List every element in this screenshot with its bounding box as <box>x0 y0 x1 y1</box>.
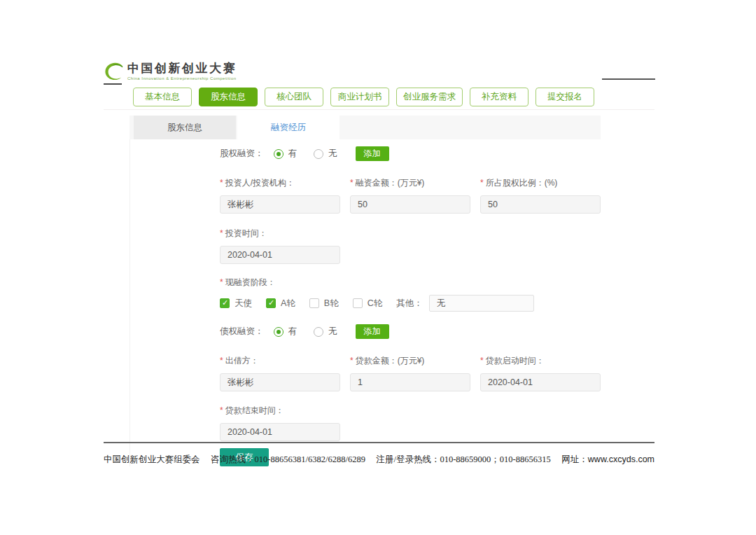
tab-core-team[interactable]: 核心团队 <box>265 88 323 106</box>
investor-field: *投资人/投资机构： <box>220 177 340 214</box>
equity-ratio-label: 所占股权比例：(%) <box>486 178 558 188</box>
footer-website-url[interactable]: www.cxcyds.com <box>588 454 654 464</box>
required-mark: * <box>220 228 223 238</box>
equity-no-label: 无 <box>328 148 337 160</box>
loan-start-label: 贷款启动时间： <box>486 356 545 366</box>
footer-hotline: 咨询热线：010-88656381/6382/6288/6289 <box>211 454 365 466</box>
lender-input[interactable] <box>220 373 340 391</box>
stage-round-a-checkbox[interactable] <box>266 298 276 308</box>
loan-end-field: *贷款结束时间： <box>220 405 340 441</box>
equity-ratio-input[interactable] <box>480 195 601 214</box>
invest-time-input[interactable] <box>220 246 340 264</box>
equity-yes-radio[interactable] <box>274 149 284 159</box>
loan-amount-label: 贷款金额：(万元¥) <box>356 356 425 366</box>
invest-time-label: 投资时间： <box>225 228 267 238</box>
brand-title: 中国创新创业大赛 <box>127 62 237 76</box>
required-mark: * <box>220 178 223 188</box>
required-mark: * <box>480 178 484 188</box>
loan-end-input[interactable] <box>220 423 340 441</box>
equity-no-radio[interactable] <box>314 149 323 159</box>
loan-start-input[interactable] <box>480 373 601 391</box>
subtab-bar: 股东信息 融资经历 <box>130 116 601 139</box>
tab-basic-info[interactable]: 基本信息 <box>133 88 192 106</box>
footer-website: 网址：www.cxcyds.com <box>561 454 654 466</box>
stage-round-b-label: B轮 <box>324 298 339 310</box>
stage-angel-label: 天使 <box>234 298 252 310</box>
debt-add-button[interactable]: 添加 <box>356 324 389 339</box>
amount-label: 融资金额：(万元¥) <box>356 178 425 188</box>
stage-angel-checkbox[interactable] <box>220 298 230 308</box>
footer-organization: 中国创新创业大赛组委会 <box>104 454 200 466</box>
required-mark: * <box>220 277 223 287</box>
brand-logo: 中国创新创业大赛 China Innovation & Entrepreneur… <box>104 62 237 81</box>
equity-yes-label: 有 <box>288 148 298 160</box>
logo-underline <box>104 83 122 85</box>
required-mark: * <box>350 356 354 366</box>
stage-other-label: 其他： <box>396 298 423 310</box>
lender-field: *出借方： <box>220 355 340 391</box>
required-mark: * <box>220 405 223 415</box>
debt-financing-label: 债权融资： <box>220 326 264 338</box>
debt-yes-radio[interactable] <box>274 327 284 337</box>
required-mark: * <box>350 178 354 188</box>
debt-fields-row: *出借方： *贷款金额：(万元¥) *贷款启动时间： <box>220 355 601 391</box>
invest-time-row: *投资时间： <box>220 228 601 264</box>
equity-add-button[interactable]: 添加 <box>356 146 389 161</box>
tab-submit[interactable]: 提交报名 <box>536 88 594 106</box>
logo-c-swoosh-icon <box>104 62 125 81</box>
stage-round-b-checkbox[interactable] <box>309 298 319 308</box>
tab-business-plan[interactable]: 商业计划书 <box>330 88 389 106</box>
investor-label: 投资人/投资机构： <box>225 178 295 188</box>
investor-input[interactable] <box>220 195 340 214</box>
required-mark: * <box>480 356 484 366</box>
footer: 中国创新创业大赛组委会 咨询热线：010-88656381/6382/6288/… <box>104 454 654 466</box>
stage-round-c-label: C轮 <box>368 298 383 310</box>
brand-subtitle: China Innovation & Entrepreneurship Comp… <box>127 76 237 81</box>
loan-end-row: *贷款结束时间： <box>220 405 601 441</box>
lender-label: 出借方： <box>225 356 259 366</box>
tab-shareholder-info[interactable]: 股东信息 <box>199 88 258 106</box>
stage-round-a-label: A轮 <box>281 298 295 310</box>
stage-options-row: 天使 A轮 B轮 C轮 其他： <box>220 295 601 312</box>
stage-other-input[interactable] <box>429 295 534 312</box>
tab-service-needs[interactable]: 创业服务需求 <box>396 88 463 106</box>
equity-fields-row: *投资人/投资机构： *融资金额：(万元¥) *所占股权比例：(%) <box>220 177 601 214</box>
header-divider-right <box>602 78 655 80</box>
debt-yes-label: 有 <box>288 326 298 338</box>
subtab-financing-history[interactable]: 融资经历 <box>237 116 340 139</box>
debt-financing-row: 债权融资： 有 无 添加 <box>220 324 601 339</box>
financing-form: 股权融资： 有 无 添加 *投资人/投资机构： *融资金额：(万元¥) *所占股… <box>130 139 601 466</box>
main-nav-tabs: 基本信息 股东信息 核心团队 商业计划书 创业服务需求 补充资料 提交报名 <box>133 88 594 106</box>
equity-financing-label: 股权融资： <box>220 148 264 160</box>
equity-ratio-field: *所占股权比例：(%) <box>480 177 601 214</box>
amount-field: *融资金额：(万元¥) <box>350 177 470 214</box>
debt-no-radio[interactable] <box>314 327 323 337</box>
stage-round-c-checkbox[interactable] <box>353 298 363 308</box>
required-mark: * <box>220 356 223 366</box>
debt-no-label: 无 <box>328 326 337 338</box>
tab-supplementary[interactable]: 补充资料 <box>470 88 528 106</box>
equity-financing-row: 股权融资： 有 无 添加 <box>220 146 601 161</box>
loan-end-label: 贷款结束时间： <box>225 405 284 415</box>
stage-label-row: *现融资阶段： <box>220 277 601 289</box>
page: 中国创新创业大赛 China Innovation & Entrepreneur… <box>0 0 756 535</box>
stage-label: 现融资阶段： <box>225 277 276 287</box>
subtab-shareholder-info[interactable]: 股东信息 <box>134 116 236 139</box>
footer-register-hotline: 注册/登录热线：010-88659000；010-88656315 <box>376 454 550 466</box>
amount-input[interactable] <box>350 195 470 214</box>
footer-divider <box>104 442 654 443</box>
loan-amount-input[interactable] <box>350 373 470 391</box>
loan-start-field: *贷款启动时间： <box>480 355 601 391</box>
loan-amount-field: *贷款金额：(万元¥) <box>350 355 470 391</box>
invest-time-field: *投资时间： <box>220 228 340 264</box>
header-hairline <box>104 109 654 110</box>
